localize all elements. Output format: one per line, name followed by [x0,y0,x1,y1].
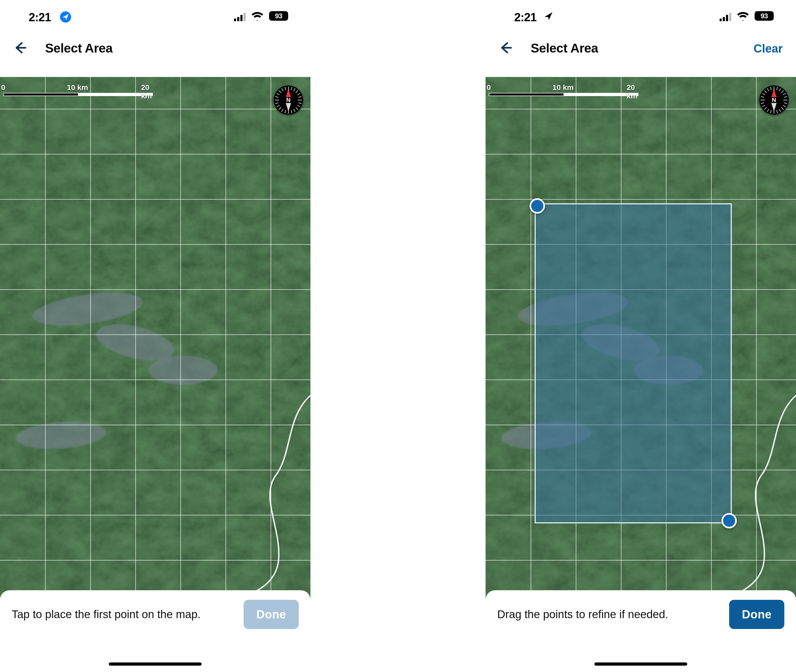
grid-line [0,334,310,335]
svg-rect-2 [237,17,239,21]
grid-line [486,560,796,560]
selection-handle-bottom-right[interactable] [721,513,737,528]
bottom-instruction-sheet: Tap to place the first point on the map.… [0,590,310,640]
svg-rect-11 [729,13,731,21]
wifi-icon [737,11,749,21]
scale-label-zero: 0 [487,83,491,92]
grid-line [486,199,796,200]
nav-bar: Select Area Clear [486,29,796,66]
status-time: 2:21 [29,11,51,24]
page-title: Select Area [45,41,112,56]
cellular-icon [719,13,732,21]
svg-rect-3 [240,15,243,21]
grid-line [225,77,226,599]
scale-label-end: 20 km [627,83,637,100]
grid-line [0,199,310,200]
selection-rectangle[interactable] [535,203,732,523]
nav-bar: Select Area [0,29,310,66]
back-button[interactable] [13,40,27,55]
road-overlay [0,77,310,599]
grid-line [90,77,91,599]
scale-label-zero: 0 [1,83,5,92]
map-viewport[interactable]: 0 10 km 20 km N [0,77,310,599]
scale-ruler: 0 10 km 20 km [3,83,153,96]
scale-ruler: 0 10 km 20 km [489,83,638,96]
compass-icon[interactable]: N [759,85,788,115]
compass-n-label: N [772,97,776,104]
grid-line [0,379,310,380]
grid-line [135,77,136,599]
grid-line [45,77,46,599]
compass-n-label: N [286,97,291,104]
svg-rect-10 [726,15,728,21]
battery-indicator: 93 [754,11,774,21]
map-viewport[interactable]: 0 10 km 20 km N [486,77,796,599]
status-bar: 2:21 93 [0,0,310,29]
grid-line [531,77,531,599]
back-button[interactable] [498,40,513,55]
svg-rect-1 [234,19,236,21]
compass-icon[interactable]: N [274,85,303,115]
instruction-text: Drag the points to refine if needed. [497,607,721,622]
instruction-text: Tap to place the first point on the map. [12,607,236,622]
done-button[interactable]: Done [244,600,299,629]
svg-rect-4 [244,13,246,21]
bottom-instruction-sheet: Drag the points to refine if needed. Don… [486,590,796,640]
grid-line [0,515,310,515]
location-filled-icon [60,11,71,23]
grid-line [0,560,310,560]
grid-line [0,289,310,290]
grid-line [0,154,310,154]
grid-line [756,77,757,599]
scale-label-mid: 10 km [67,83,88,92]
phone-screen-left: 2:21 93 Select Area [0,0,310,672]
grid-line [271,77,271,599]
cellular-icon [234,13,247,21]
status-time: 2:21 [514,11,537,24]
wifi-icon [251,11,264,21]
clear-button[interactable]: Clear [754,42,783,55]
phone-screen-right: 2:21 93 Select Area Clear [486,0,796,672]
grid-line [0,425,310,425]
page-title: Select Area [531,41,598,56]
grid-line [0,109,310,109]
grid-line [0,470,310,470]
selection-handle-top-left[interactable] [530,198,545,214]
grid-line [486,154,796,154]
location-outline-icon [543,11,553,21]
status-bar: 2:21 93 [486,0,796,29]
grid-line [181,77,181,599]
grid-line [0,244,310,245]
done-button[interactable]: Done [729,600,784,629]
grid-line [486,109,796,109]
svg-rect-8 [719,19,722,21]
home-indicator[interactable] [109,662,201,666]
scale-label-mid: 10 km [552,83,573,92]
battery-indicator: 93 [269,11,288,21]
svg-rect-9 [723,17,725,21]
scale-label-end: 20 km [141,83,152,100]
home-indicator[interactable] [595,662,687,666]
